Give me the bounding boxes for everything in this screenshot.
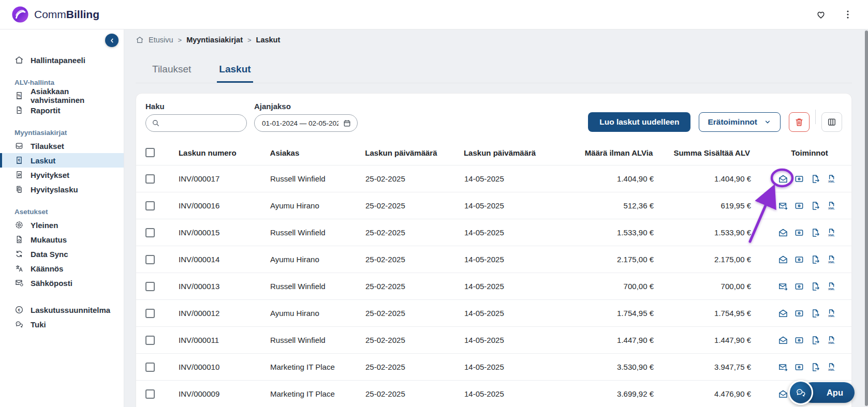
preview-eye-icon[interactable] [794, 362, 804, 372]
invoice-date: 25-02-2025 [365, 201, 464, 210]
column-settings-button[interactable] [821, 112, 842, 132]
select-all-checkbox[interactable] [145, 148, 155, 157]
export-xml-icon[interactable] [826, 335, 836, 345]
amount-excl-vat: 3.530,90 € [547, 363, 654, 371]
vertical-scrollbar[interactable] [864, 29, 868, 407]
due-date: 14-05-2025 [464, 174, 547, 183]
batch-actions-button[interactable]: Erätoiminnot [699, 112, 781, 132]
mail-send-icon[interactable] [778, 281, 788, 292]
mail-open-icon[interactable] [778, 335, 788, 345]
row-checkbox[interactable] [145, 228, 155, 237]
mail-send-icon[interactable] [778, 201, 788, 211]
preview-eye-icon[interactable] [794, 254, 804, 265]
sidebar-item-hyvityslasku[interactable]: Hyvityslasku [0, 182, 124, 197]
sidebar-item-data-sync[interactable]: Data Sync [0, 247, 124, 261]
row-checkbox[interactable] [145, 282, 155, 291]
amount-excl-vat: 1.754,95 € [547, 309, 654, 318]
export-document-icon[interactable] [810, 254, 820, 265]
mail-open-icon[interactable] [778, 308, 788, 319]
export-xml-icon[interactable] [826, 254, 836, 265]
amount-incl-vat: 2.175,00 € [654, 255, 751, 264]
recreate-invoices-button[interactable]: Luo laskut uudelleen [588, 112, 690, 132]
row-checkbox[interactable] [145, 363, 155, 372]
invoice-number: INV/000009 [179, 389, 270, 398]
mail-open-icon[interactable] [778, 174, 788, 184]
sidebar-item-hallintapaneeli[interactable]: Hallintapaneeli [0, 53, 124, 67]
preview-eye-icon[interactable] [794, 228, 804, 238]
sidebar-item-laskut[interactable]: Laskut [0, 153, 124, 168]
table-row: INV/000015 Russell Winfield 25-02-2025 1… [136, 219, 851, 246]
export-document-icon[interactable] [810, 174, 820, 184]
header-actions: Toiminnot [750, 148, 842, 157]
export-document-icon[interactable] [810, 362, 820, 372]
export-xml-icon[interactable] [826, 174, 836, 184]
breadcrumb-laskut[interactable]: Laskut [256, 36, 281, 44]
kebab-menu-icon[interactable] [842, 9, 854, 20]
export-document-icon[interactable] [810, 308, 820, 319]
sidebar-item-raportit[interactable]: Raportit [0, 103, 124, 117]
chat-bubbles-icon[interactable] [788, 380, 813, 405]
favorites-heart-icon[interactable] [815, 9, 827, 20]
export-xml-icon[interactable] [826, 281, 836, 292]
filter-bar: Haku Ajanjakso 01-01-2024 — 02-05-202 Lu… [136, 94, 851, 132]
row-checkbox[interactable] [145, 174, 155, 184]
row-checkbox[interactable] [145, 309, 155, 318]
sidebar-item-kaannos[interactable]: Käännös [0, 261, 124, 276]
app-logo[interactable]: CommBilling [11, 6, 99, 23]
sidebar-item-tilaukset[interactable]: Tilaukset [0, 139, 124, 153]
home-icon[interactable] [136, 36, 144, 44]
sidebar-item-yleinen[interactable]: Yleinen [0, 218, 124, 232]
row-checkbox[interactable] [145, 389, 155, 399]
export-document-icon[interactable] [810, 281, 820, 292]
preview-eye-icon[interactable] [794, 281, 804, 292]
mail-open-icon[interactable] [778, 389, 788, 399]
header-amount-incl-vat[interactable]: Summa Sisältää ALV [653, 148, 750, 157]
sidebar-collapse-button[interactable] [105, 34, 119, 47]
sidebar-item-laskutussuunnitelma[interactable]: Laskutussuunnitelma [0, 303, 124, 317]
sidebar-item-mukautus[interactable]: Mukautus [0, 232, 124, 247]
header-due-date[interactable]: Laskun päivämäärä [464, 148, 547, 157]
sidebar-item-sahkoposti[interactable]: Sähköposti [0, 276, 124, 290]
export-xml-icon[interactable] [826, 228, 836, 238]
export-xml-icon[interactable] [826, 201, 836, 211]
scrollbar-thumb[interactable] [865, 31, 868, 406]
section-label-myyntiasiakirjat: Myyntiasiakirjat [0, 129, 124, 137]
table-row: INV/000012 Ayumu Hirano 25-02-2025 14-05… [136, 299, 851, 326]
preview-eye-icon[interactable] [794, 335, 804, 345]
breadcrumb-myyntiasiakirjat[interactable]: Myyntiasiakirjat [186, 36, 243, 44]
breadcrumb-etusivu[interactable]: Etusivu [149, 36, 173, 44]
export-document-icon[interactable] [810, 201, 820, 211]
customer-name: Russell Winfield [270, 228, 365, 237]
search-input[interactable] [145, 114, 247, 132]
sidebar-item-hyvitykset[interactable]: Hyvitykset [0, 168, 124, 182]
row-checkbox[interactable] [145, 336, 155, 345]
header-invoice-number[interactable]: Laskun numero [179, 148, 270, 157]
header-customer[interactable]: Asiakas [270, 148, 365, 157]
export-document-icon[interactable] [810, 335, 820, 345]
tab-laskut[interactable]: Laskut [217, 61, 253, 83]
header-amount-excl-vat[interactable]: Määrä ilman ALVia [547, 148, 653, 157]
due-date: 14-05-2025 [464, 389, 547, 398]
export-xml-icon[interactable] [826, 308, 836, 319]
mail-open-icon[interactable] [778, 228, 788, 238]
export-document-icon[interactable] [810, 228, 820, 238]
preview-eye-icon[interactable] [794, 308, 804, 319]
row-checkbox[interactable] [145, 255, 155, 264]
export-xml-icon[interactable] [826, 362, 836, 372]
sidebar-item-tuki[interactable]: Tuki [0, 317, 124, 331]
sidebar-item-asiakkaan-vahvistaminen[interactable]: Asiakkaan vahvistaminen [0, 88, 124, 103]
date-range-input[interactable]: 01-01-2024 — 02-05-202 [254, 114, 358, 132]
tab-tilaukset[interactable]: Tilaukset [150, 61, 193, 83]
delete-button[interactable] [789, 112, 810, 132]
mail-send-icon[interactable] [778, 362, 788, 372]
header-invoice-date[interactable]: Laskun päivämäärä [365, 148, 464, 157]
copy-document-icon [14, 185, 24, 194]
help-fab[interactable]: Apu [802, 382, 855, 403]
preview-eye-icon[interactable] [794, 174, 804, 184]
invoice-date: 25-02-2025 [365, 255, 464, 264]
mail-open-icon[interactable] [778, 254, 788, 265]
amount-incl-vat: 1.404,90 € [654, 174, 751, 183]
amount-excl-vat: 700,00 € [547, 282, 654, 291]
preview-eye-icon[interactable] [794, 201, 804, 211]
row-checkbox[interactable] [145, 201, 155, 210]
